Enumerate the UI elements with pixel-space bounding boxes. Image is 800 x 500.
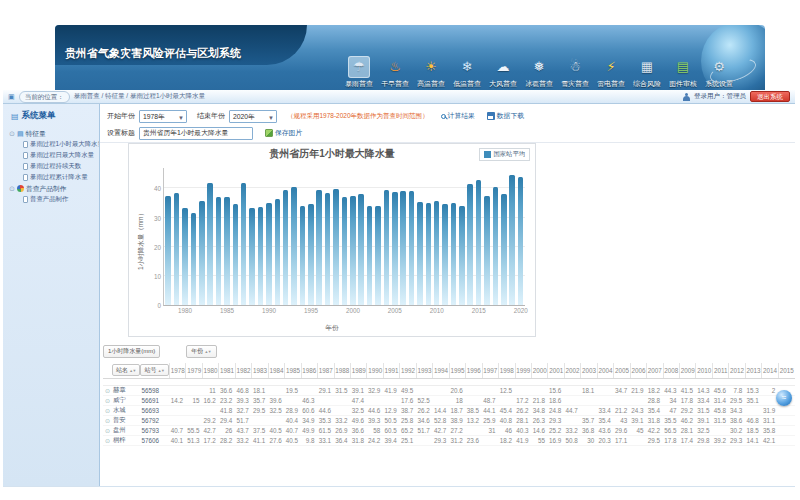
year-column-header[interactable]: 2008: [663, 363, 679, 378]
bar: [459, 206, 465, 305]
start-year-select[interactable]: 1978年 ▼: [139, 110, 187, 123]
year-column-header[interactable]: 2009: [680, 363, 696, 378]
year-column-header[interactable]: 2011: [712, 363, 728, 378]
nav-item-snow[interactable]: ☃雪灾普查: [557, 56, 593, 89]
row-expander-icon[interactable]: ⊙: [103, 395, 112, 405]
tree-node-survey-products[interactable]: ⊙普查产品制作: [9, 183, 99, 194]
year-column-header[interactable]: 2005: [614, 363, 630, 378]
value-cell: 18.1: [252, 385, 268, 395]
year-column-header[interactable]: 1982: [235, 363, 251, 378]
row-expander-icon[interactable]: ⊙: [103, 435, 112, 445]
tree-node-feature-values[interactable]: ⊙▤特征量: [9, 128, 99, 139]
table-row: ⊙威宁5669114.21516.223.239.335.739.646.347…: [103, 395, 795, 405]
nav-item-comprehensive-risk[interactable]: ▦综合风险: [629, 56, 665, 89]
row-expander-icon[interactable]: ⊙: [103, 425, 112, 435]
value-cell: 18.6: [548, 395, 564, 405]
nav-item-system-settings[interactable]: ⚙系统设置: [701, 56, 737, 89]
bar: [434, 201, 440, 305]
nav-item-rainstorm[interactable]: ☂暴雨普查: [341, 56, 377, 89]
year-column-header[interactable]: 1984: [268, 363, 284, 378]
nav-item-drought[interactable]: ♨干旱普查: [377, 56, 413, 89]
station-name-header-chip[interactable]: 站名▴▾: [112, 364, 141, 376]
tree-item-duration-days[interactable]: 暴雨过程持续天数: [23, 161, 99, 172]
row-expander-icon[interactable]: ⊙: [103, 405, 112, 415]
year-column-header[interactable]: 2003: [581, 363, 597, 378]
year-column-header[interactable]: 1990: [367, 363, 383, 378]
year-column-header[interactable]: 1980: [202, 363, 218, 378]
tree-item-daily-max-precip[interactable]: 暴雨过程日最大降水量: [23, 150, 99, 161]
value-cell: 44.3: [663, 385, 679, 395]
year-column-header[interactable]: 2001: [548, 363, 564, 378]
value-cell: [466, 425, 482, 435]
year-column-header[interactable]: 1985: [285, 363, 301, 378]
year-column-header[interactable]: 2007: [647, 363, 663, 378]
value-cell: 49.6: [350, 415, 366, 425]
year-column-header[interactable]: 1993: [416, 363, 432, 378]
value-cell: 11: [202, 385, 218, 395]
year-column-header[interactable]: 1979: [186, 363, 202, 378]
nav-item-low-temp[interactable]: ❄低温普查: [449, 56, 485, 89]
data-download-label: 数据下载: [497, 111, 524, 121]
value-cell: 24.8: [548, 405, 564, 415]
bar: [509, 175, 515, 305]
bar: [249, 208, 255, 305]
data-download-button[interactable]: 数据下载: [487, 111, 524, 121]
value-cell: [778, 425, 795, 435]
year-column-header[interactable]: 1999: [515, 363, 531, 378]
nav-item-map-review[interactable]: ▤图件审核: [665, 56, 701, 89]
value-cell: 58: [367, 425, 383, 435]
year-column-header[interactable]: 2002: [564, 363, 580, 378]
year-column-header[interactable]: 1986: [301, 363, 317, 378]
tree-item-hourly-max-precip[interactable]: 暴雨过程1小时最大降水量: [23, 139, 99, 150]
year-column-header[interactable]: 1978: [169, 363, 185, 378]
year-column-header[interactable]: 2012: [729, 363, 745, 378]
nav-item-lightning[interactable]: ⚡雷电普查: [593, 56, 629, 89]
year-column-header[interactable]: 1981: [219, 363, 235, 378]
year-column-header[interactable]: 1998: [499, 363, 515, 378]
row-expander-icon[interactable]: ⊙: [103, 415, 112, 425]
year-column-header[interactable]: 2014: [762, 363, 778, 378]
year-column-header[interactable]: 1983: [252, 363, 268, 378]
tree-item-survey-product-making[interactable]: 普查产品制作: [23, 194, 99, 205]
value-cell: 38.9: [449, 415, 465, 425]
year-column-header[interactable]: 1987: [318, 363, 334, 378]
y-axis-title: 1小时降水量（mm）: [137, 210, 146, 270]
nav-item-hail[interactable]: ❅冰雹普查: [521, 56, 557, 89]
year-column-header[interactable]: 2015: [778, 363, 795, 378]
logout-button[interactable]: 退出系统: [750, 91, 790, 102]
year-column-header[interactable]: 2010: [696, 363, 712, 378]
year-column-header[interactable]: 1991: [383, 363, 399, 378]
value-cell: 50.8: [564, 435, 580, 445]
year-column-header[interactable]: 1995: [449, 363, 465, 378]
value-cell: [597, 385, 613, 395]
value-cell: [564, 415, 580, 425]
legend-swatch: [484, 151, 491, 158]
year-column-header[interactable]: 1994: [433, 363, 449, 378]
year-column-header[interactable]: 2013: [745, 363, 761, 378]
station-id-header-chip[interactable]: 站号▴▾: [140, 364, 169, 376]
bar-slot: [214, 168, 222, 305]
value-cell: 34.6: [416, 415, 432, 425]
year-column-header[interactable]: 2004: [597, 363, 613, 378]
calc-result-button[interactable]: 计算结果: [441, 111, 475, 121]
year-column-header[interactable]: 2006: [630, 363, 646, 378]
floating-badge-icon[interactable]: ≈: [776, 390, 792, 406]
year-column-header[interactable]: 1992: [400, 363, 416, 378]
save-image-button[interactable]: 保存图片: [265, 128, 302, 138]
chart-title-input[interactable]: [139, 127, 253, 140]
year-column-header[interactable]: 1989: [350, 363, 366, 378]
year-column-header[interactable]: 1988: [334, 363, 350, 378]
year-field-chip[interactable]: 年份 ▴▾: [186, 345, 217, 358]
end-year-select[interactable]: 2020年 ▼: [229, 110, 277, 123]
nav-item-high-temp[interactable]: ☀高温普查: [413, 56, 449, 89]
measure-chip[interactable]: 1小时降水量(mm): [103, 345, 160, 358]
row-expander-icon[interactable]: ⊙: [103, 385, 112, 395]
nav-item-wind[interactable]: ☁大风普查: [485, 56, 521, 89]
blank-cell: [103, 378, 795, 385]
tree-item-accumulated-precip[interactable]: 暴雨过程累计降水量: [23, 172, 99, 183]
year-column-header[interactable]: 2000: [531, 363, 547, 378]
sort-icons: ▴▾: [205, 349, 212, 354]
year-column-header[interactable]: 1997: [482, 363, 498, 378]
year-column-header[interactable]: 1996: [466, 363, 482, 378]
legend-label: 国家站平均: [494, 150, 525, 159]
